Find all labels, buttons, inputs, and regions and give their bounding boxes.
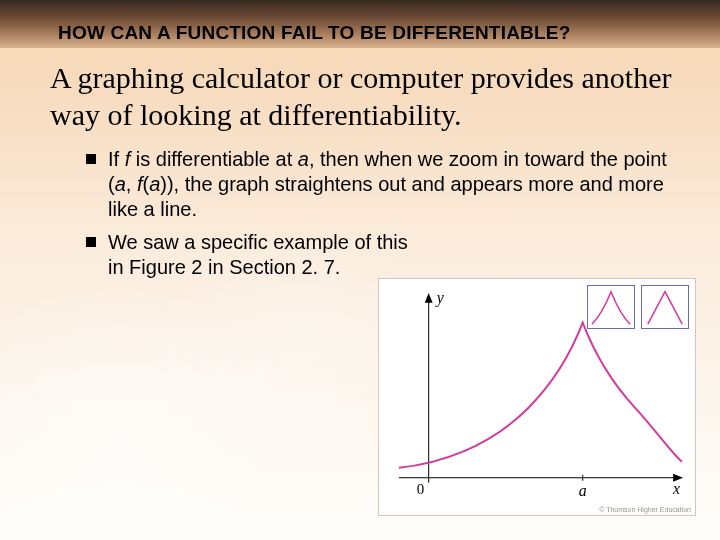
text: , — [126, 173, 137, 195]
var-a: a — [115, 173, 126, 195]
slide-content: A graphing calculator or computer provid… — [0, 48, 720, 280]
zoom-inset-2 — [641, 285, 689, 329]
text: If — [108, 148, 125, 170]
zoom-insets — [587, 285, 689, 329]
lead-paragraph: A graphing calculator or computer provid… — [50, 60, 678, 133]
y-axis-label: y — [435, 289, 445, 307]
bullet-2-text: We saw a specific example of this in Fig… — [108, 230, 408, 280]
bullet-list: If f is differentiable at a, then when w… — [50, 147, 678, 280]
text: is differentiable at — [130, 148, 298, 170]
figure-copyright: © Thomson Higher Education — [599, 506, 691, 513]
text: )), the graph straightens out and appear… — [108, 173, 664, 220]
slide-title: HOW CAN A FUNCTION FAIL TO BE DIFFERENTI… — [58, 22, 570, 44]
figure-panel: y x 0 a © Thomson Higher Education — [378, 278, 696, 516]
bullet-2: We saw a specific example of this in Fig… — [86, 230, 678, 280]
svg-marker-2 — [425, 293, 433, 303]
x-axis-label: x — [672, 480, 680, 497]
var-a: a — [298, 148, 309, 170]
origin-label: 0 — [417, 481, 424, 497]
slide-header: HOW CAN A FUNCTION FAIL TO BE DIFFERENTI… — [0, 0, 720, 48]
var-a: a — [149, 173, 160, 195]
zoom-inset-1 — [587, 285, 635, 329]
x-tick-a: a — [579, 482, 587, 499]
bullet-1: If f is differentiable at a, then when w… — [86, 147, 678, 222]
